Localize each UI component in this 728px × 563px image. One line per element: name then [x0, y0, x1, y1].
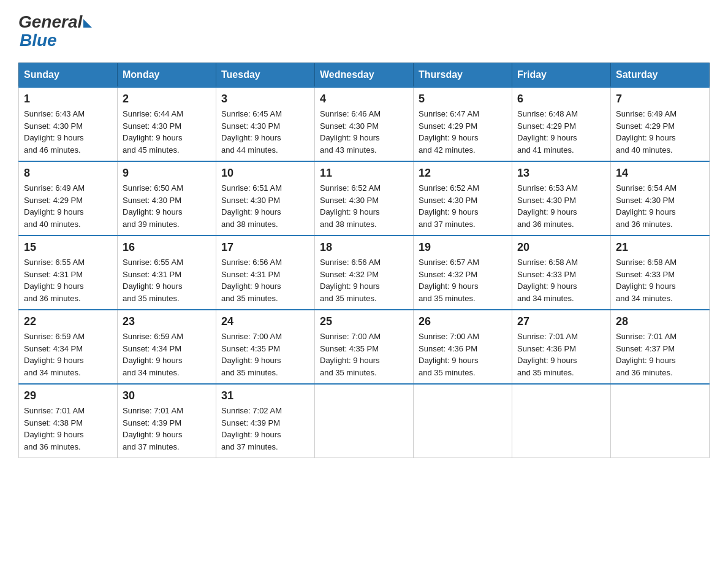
calendar-cell: 18 Sunrise: 6:56 AM Sunset: 4:32 PM Dayl…: [315, 236, 414, 310]
day-info: Sunrise: 7:00 AM Sunset: 4:35 PM Dayligh…: [320, 331, 408, 378]
logo-arrow-icon: [83, 19, 92, 28]
weekday-header-row: Sunday Monday Tuesday Wednesday Thursday…: [19, 63, 710, 88]
day-number: 16: [123, 241, 211, 254]
day-number: 13: [517, 167, 605, 180]
day-number: 14: [616, 167, 704, 180]
calendar-table: Sunday Monday Tuesday Wednesday Thursday…: [18, 63, 710, 458]
day-number: 21: [616, 241, 704, 254]
day-number: 24: [221, 315, 309, 328]
calendar-cell: 28 Sunrise: 7:01 AM Sunset: 4:37 PM Dayl…: [611, 310, 710, 384]
day-info: Sunrise: 6:52 AM Sunset: 4:30 PM Dayligh…: [320, 182, 408, 230]
day-info: Sunrise: 7:01 AM Sunset: 4:38 PM Dayligh…: [24, 405, 112, 453]
day-info: Sunrise: 7:02 AM Sunset: 4:39 PM Dayligh…: [221, 405, 309, 453]
day-number: 9: [123, 167, 211, 180]
day-number: 7: [616, 93, 704, 105]
calendar-cell: 6 Sunrise: 6:48 AM Sunset: 4:29 PM Dayli…: [512, 87, 611, 161]
calendar-cell: [315, 384, 414, 458]
day-number: 3: [221, 93, 309, 105]
calendar-cell: [611, 384, 710, 458]
calendar-cell: 24 Sunrise: 7:00 AM Sunset: 4:35 PM Dayl…: [216, 310, 315, 384]
calendar-cell: 16 Sunrise: 6:55 AM Sunset: 4:31 PM Dayl…: [118, 236, 216, 310]
day-info: Sunrise: 6:58 AM Sunset: 4:33 PM Dayligh…: [616, 256, 704, 304]
day-number: 15: [24, 241, 112, 254]
logo-general-text: General: [18, 12, 82, 32]
calendar-cell: 25 Sunrise: 7:00 AM Sunset: 4:35 PM Dayl…: [315, 310, 414, 384]
logo: General Blue: [18, 12, 92, 50]
day-info: Sunrise: 6:47 AM Sunset: 4:29 PM Dayligh…: [419, 108, 507, 156]
day-number: 28: [616, 315, 704, 328]
calendar-cell: 7 Sunrise: 6:49 AM Sunset: 4:29 PM Dayli…: [611, 87, 710, 161]
day-number: 17: [221, 241, 309, 254]
day-info: Sunrise: 6:46 AM Sunset: 4:30 PM Dayligh…: [320, 108, 408, 156]
day-number: 25: [320, 315, 408, 328]
day-number: 20: [517, 241, 605, 254]
calendar-cell: 22 Sunrise: 6:59 AM Sunset: 4:34 PM Dayl…: [19, 310, 118, 384]
calendar-week-row: 22 Sunrise: 6:59 AM Sunset: 4:34 PM Dayl…: [19, 310, 710, 384]
day-info: Sunrise: 6:45 AM Sunset: 4:30 PM Dayligh…: [221, 108, 309, 156]
calendar-week-row: 15 Sunrise: 6:55 AM Sunset: 4:31 PM Dayl…: [19, 236, 710, 310]
calendar-cell: 13 Sunrise: 6:53 AM Sunset: 4:30 PM Dayl…: [512, 161, 611, 236]
calendar-cell: 19 Sunrise: 6:57 AM Sunset: 4:32 PM Dayl…: [414, 236, 512, 310]
calendar-cell: 26 Sunrise: 7:00 AM Sunset: 4:36 PM Dayl…: [414, 310, 512, 384]
day-number: 31: [221, 389, 309, 402]
calendar-cell: 5 Sunrise: 6:47 AM Sunset: 4:29 PM Dayli…: [414, 87, 512, 161]
day-info: Sunrise: 6:56 AM Sunset: 4:31 PM Dayligh…: [221, 256, 309, 304]
day-info: Sunrise: 6:49 AM Sunset: 4:29 PM Dayligh…: [616, 108, 704, 156]
header-sunday: Sunday: [19, 63, 118, 88]
calendar-cell: 29 Sunrise: 7:01 AM Sunset: 4:38 PM Dayl…: [19, 384, 118, 458]
day-info: Sunrise: 6:48 AM Sunset: 4:29 PM Dayligh…: [517, 108, 605, 156]
calendar-cell: 8 Sunrise: 6:49 AM Sunset: 4:29 PM Dayli…: [19, 161, 118, 236]
day-info: Sunrise: 6:55 AM Sunset: 4:31 PM Dayligh…: [123, 256, 211, 304]
calendar-cell: 4 Sunrise: 6:46 AM Sunset: 4:30 PM Dayli…: [315, 87, 414, 161]
calendar-week-row: 8 Sunrise: 6:49 AM Sunset: 4:29 PM Dayli…: [19, 161, 710, 236]
calendar-cell: 3 Sunrise: 6:45 AM Sunset: 4:30 PM Dayli…: [216, 87, 315, 161]
calendar-cell: [512, 384, 611, 458]
day-info: Sunrise: 6:59 AM Sunset: 4:34 PM Dayligh…: [123, 331, 211, 378]
day-number: 1: [24, 93, 112, 105]
calendar-cell: 31 Sunrise: 7:02 AM Sunset: 4:39 PM Dayl…: [216, 384, 315, 458]
calendar-cell: 20 Sunrise: 6:58 AM Sunset: 4:33 PM Dayl…: [512, 236, 611, 310]
day-info: Sunrise: 7:01 AM Sunset: 4:39 PM Dayligh…: [123, 405, 211, 453]
calendar-cell: 17 Sunrise: 6:56 AM Sunset: 4:31 PM Dayl…: [216, 236, 315, 310]
day-number: 30: [123, 389, 211, 402]
day-number: 6: [517, 93, 605, 105]
calendar-cell: 27 Sunrise: 7:01 AM Sunset: 4:36 PM Dayl…: [512, 310, 611, 384]
day-info: Sunrise: 6:59 AM Sunset: 4:34 PM Dayligh…: [24, 331, 112, 378]
calendar-cell: 11 Sunrise: 6:52 AM Sunset: 4:30 PM Dayl…: [315, 161, 414, 236]
day-number: 11: [320, 167, 408, 180]
day-number: 23: [123, 315, 211, 328]
calendar-cell: 12 Sunrise: 6:52 AM Sunset: 4:30 PM Dayl…: [414, 161, 512, 236]
header-friday: Friday: [512, 63, 611, 88]
calendar-week-row: 1 Sunrise: 6:43 AM Sunset: 4:30 PM Dayli…: [19, 87, 710, 161]
day-info: Sunrise: 6:56 AM Sunset: 4:32 PM Dayligh…: [320, 256, 408, 304]
day-number: 22: [24, 315, 112, 328]
day-number: 10: [221, 167, 309, 180]
day-info: Sunrise: 6:54 AM Sunset: 4:30 PM Dayligh…: [616, 182, 704, 230]
day-info: Sunrise: 6:57 AM Sunset: 4:32 PM Dayligh…: [419, 256, 507, 304]
day-info: Sunrise: 7:00 AM Sunset: 4:35 PM Dayligh…: [221, 331, 309, 378]
day-info: Sunrise: 7:01 AM Sunset: 4:36 PM Dayligh…: [517, 331, 605, 378]
day-info: Sunrise: 6:55 AM Sunset: 4:31 PM Dayligh…: [24, 256, 112, 304]
calendar-cell: 2 Sunrise: 6:44 AM Sunset: 4:30 PM Dayli…: [118, 87, 216, 161]
day-info: Sunrise: 6:44 AM Sunset: 4:30 PM Dayligh…: [123, 108, 211, 156]
day-info: Sunrise: 7:01 AM Sunset: 4:37 PM Dayligh…: [616, 331, 704, 378]
page-header: General Blue: [18, 12, 710, 50]
day-info: Sunrise: 6:49 AM Sunset: 4:29 PM Dayligh…: [24, 182, 112, 230]
day-number: 26: [419, 315, 507, 328]
day-number: 29: [24, 389, 112, 402]
calendar-cell: 10 Sunrise: 6:51 AM Sunset: 4:30 PM Dayl…: [216, 161, 315, 236]
header-thursday: Thursday: [414, 63, 512, 88]
calendar-cell: 14 Sunrise: 6:54 AM Sunset: 4:30 PM Dayl…: [611, 161, 710, 236]
header-monday: Monday: [118, 63, 216, 88]
day-info: Sunrise: 6:43 AM Sunset: 4:30 PM Dayligh…: [24, 108, 112, 156]
day-number: 2: [123, 93, 211, 105]
calendar-week-row: 29 Sunrise: 7:01 AM Sunset: 4:38 PM Dayl…: [19, 384, 710, 458]
day-info: Sunrise: 6:53 AM Sunset: 4:30 PM Dayligh…: [517, 182, 605, 230]
calendar-cell: 15 Sunrise: 6:55 AM Sunset: 4:31 PM Dayl…: [19, 236, 118, 310]
day-number: 8: [24, 167, 112, 180]
day-number: 12: [419, 167, 507, 180]
header-saturday: Saturday: [611, 63, 710, 88]
calendar-cell: 23 Sunrise: 6:59 AM Sunset: 4:34 PM Dayl…: [118, 310, 216, 384]
day-number: 27: [517, 315, 605, 328]
day-number: 18: [320, 241, 408, 254]
